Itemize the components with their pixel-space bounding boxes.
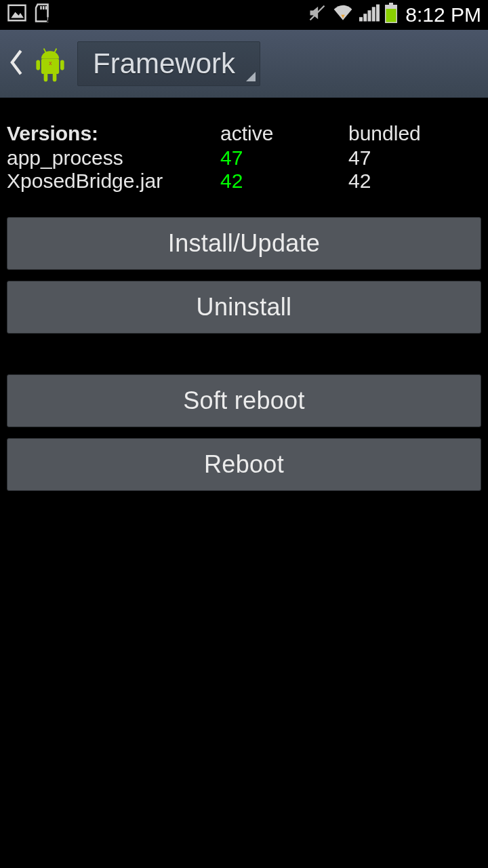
versions-row: XposedBridge.jar 42 42 [7, 170, 481, 193]
svg-text:!: ! [47, 16, 49, 23]
install-update-label: Install/Update [168, 229, 320, 258]
install-update-button[interactable]: Install/Update [7, 217, 481, 270]
sdcard-icon: ! [33, 3, 53, 27]
back-button[interactable]: x [8, 43, 70, 84]
reboot-label: Reboot [204, 450, 284, 479]
svg-rect-18 [36, 60, 40, 70]
spinner-caret-icon [246, 72, 256, 81]
versions-table: Versions: active bundled app_process 47 … [7, 122, 481, 193]
status-left: ! [7, 3, 53, 27]
status-bar: ! [0, 0, 488, 30]
svg-rect-9 [359, 17, 363, 21]
status-clock: 8:12 PM [405, 3, 481, 26]
svg-rect-16 [386, 9, 396, 22]
versions-row: app_process 47 47 [7, 146, 481, 170]
wifi-icon [332, 3, 354, 26]
svg-rect-10 [364, 14, 367, 21]
versions-col-active: active [220, 122, 348, 145]
signal-icon [359, 4, 380, 26]
svg-rect-21 [53, 73, 57, 81]
svg-rect-14 [389, 3, 393, 5]
svg-line-23 [55, 49, 57, 53]
version-name: app_process [7, 146, 220, 170]
uninstall-button[interactable]: Uninstall [7, 281, 481, 334]
soft-reboot-button[interactable]: Soft reboot [7, 374, 481, 427]
mute-icon [308, 3, 327, 26]
content-area: Versions: active bundled app_process 47 … [0, 98, 488, 491]
svg-rect-0 [9, 5, 26, 21]
versions-heading: Versions: [7, 122, 220, 145]
uninstall-label: Uninstall [197, 293, 292, 321]
svg-line-22 [44, 49, 46, 53]
versions-col-bundled: bundled [348, 122, 481, 145]
version-name: XposedBridge.jar [7, 170, 220, 193]
svg-rect-19 [60, 60, 64, 70]
button-stack: Install/Update Uninstall Soft reboot Reb… [7, 217, 481, 491]
svg-rect-11 [368, 10, 371, 21]
status-right: 8:12 PM [308, 3, 481, 27]
version-active-value: 42 [220, 170, 348, 193]
version-active-value: 47 [220, 146, 348, 170]
soft-reboot-label: Soft reboot [183, 387, 304, 415]
version-bundled-value: 42 [348, 170, 481, 193]
version-bundled-value: 47 [348, 146, 481, 170]
section-spinner-label: Framework [93, 47, 235, 79]
svg-rect-12 [372, 7, 375, 21]
svg-marker-1 [11, 12, 24, 18]
action-bar: x Framework [0, 30, 488, 98]
reboot-button[interactable]: Reboot [7, 438, 481, 491]
battery-icon [385, 3, 397, 27]
back-chevron-icon [8, 49, 26, 79]
section-spinner[interactable]: Framework [77, 41, 260, 86]
svg-rect-20 [44, 73, 48, 81]
svg-rect-13 [376, 5, 380, 22]
gallery-icon [7, 3, 27, 27]
versions-header-row: Versions: active bundled [7, 122, 481, 146]
android-robot-icon: x [30, 43, 70, 84]
